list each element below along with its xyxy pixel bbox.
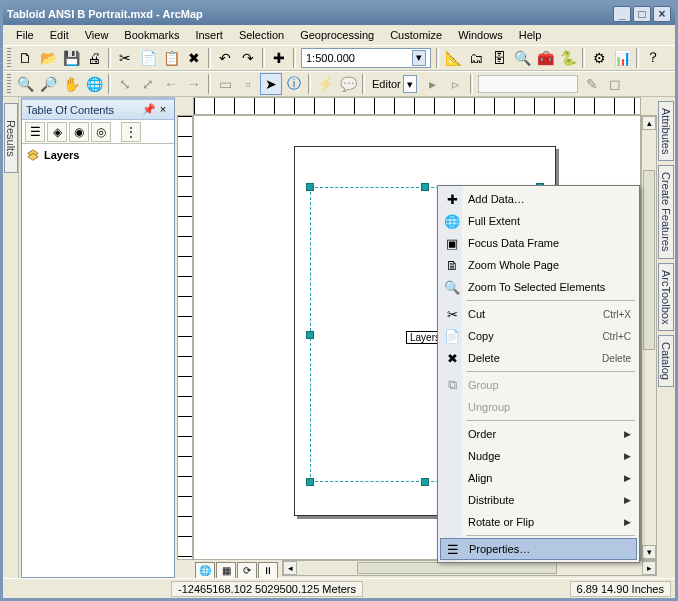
open-button[interactable]: 📂 [37, 47, 59, 69]
menu-edit[interactable]: Edit [43, 27, 76, 43]
full-extent-button[interactable]: 🌐 [83, 73, 105, 95]
grip-icon[interactable] [7, 74, 11, 94]
ctx-properties[interactable]: ☰Properties… [440, 538, 637, 560]
ctx-copy[interactable]: 📄CopyCtrl+C [440, 325, 637, 347]
scroll-left-button[interactable]: ◂ [283, 561, 297, 575]
resize-handle-sw[interactable] [306, 478, 314, 486]
toc-close-button[interactable]: × [156, 103, 170, 117]
attributes-tab[interactable]: Attributes [658, 101, 674, 161]
ctx-cut[interactable]: ✂CutCtrl+X [440, 303, 637, 325]
hyperlink-button[interactable]: ⚡ [314, 73, 336, 95]
paste-button[interactable]: 📋 [160, 47, 182, 69]
grip-icon[interactable] [7, 48, 11, 68]
list-by-drawing-order-button[interactable]: ☰ [25, 122, 45, 142]
scroll-down-button[interactable]: ▾ [642, 545, 656, 559]
minimize-button[interactable]: _ [613, 6, 631, 22]
zoom-out-button[interactable]: 🔎 [37, 73, 59, 95]
python-button[interactable]: 🐍 [557, 47, 579, 69]
ctx-rotate-flip[interactable]: Rotate or Flip▶ [440, 511, 637, 533]
arctoolbox-tab[interactable]: ArcToolbox [658, 263, 674, 331]
vertical-scrollbar[interactable]: ▴ ▾ [641, 115, 657, 560]
catalog-button[interactable]: 🗄 [488, 47, 510, 69]
ctx-delete[interactable]: ✖DeleteDelete [440, 347, 637, 369]
pause-button[interactable]: ⏸ [258, 562, 278, 578]
ctx-distribute[interactable]: Distribute▶ [440, 489, 637, 511]
fixed-zoom-out-button[interactable]: ⤢ [137, 73, 159, 95]
task-combo[interactable] [478, 75, 578, 93]
resize-handle-s[interactable] [421, 478, 429, 486]
toc-pin-icon[interactable]: 📌 [142, 103, 156, 117]
new-button[interactable]: 🗋 [14, 47, 36, 69]
vscroll-thumb[interactable] [643, 170, 655, 350]
catalog-tab[interactable]: Catalog [658, 335, 674, 387]
ctx-full-extent[interactable]: 🌐Full Extent [440, 210, 637, 232]
menu-file[interactable]: File [9, 27, 41, 43]
hscroll-thumb[interactable] [357, 562, 557, 574]
toc-tree[interactable]: Layers [22, 144, 174, 577]
ctx-align[interactable]: Align▶ [440, 467, 637, 489]
scroll-right-button[interactable]: ▸ [642, 561, 656, 575]
search-button[interactable]: 🔍 [511, 47, 533, 69]
layout-view-tab[interactable]: ▦ [216, 562, 236, 578]
results-tab[interactable]: Results [4, 103, 18, 173]
menu-bookmarks[interactable]: Bookmarks [117, 27, 186, 43]
print-button[interactable]: 🖨 [83, 47, 105, 69]
ctx-add-data[interactable]: ✚Add Data… [440, 188, 637, 210]
horizontal-ruler[interactable] [193, 97, 641, 115]
results-button[interactable]: 📊 [611, 47, 633, 69]
toc-button[interactable]: 🗂 [465, 47, 487, 69]
modelbuilder-button[interactable]: ⚙ [588, 47, 610, 69]
menu-windows[interactable]: Windows [451, 27, 510, 43]
list-by-selection-button[interactable]: ◎ [91, 122, 111, 142]
ctx-zoom-selected[interactable]: 🔍Zoom To Selected Elements [440, 276, 637, 298]
data-view-tab[interactable]: 🌐 [195, 562, 215, 578]
fixed-zoom-in-button[interactable]: ⤡ [114, 73, 136, 95]
vertical-ruler[interactable] [177, 115, 193, 560]
list-by-source-button[interactable]: ◈ [47, 122, 67, 142]
layers-root[interactable]: Layers [26, 148, 170, 162]
undo-button[interactable]: ↶ [214, 47, 236, 69]
delete-button[interactable]: ✖ [183, 47, 205, 69]
cut-button[interactable]: ✂ [114, 47, 136, 69]
forward-extent-button[interactable]: → [183, 73, 205, 95]
refresh-button[interactable]: ⟳ [237, 562, 257, 578]
select-features-button[interactable]: ▭ [214, 73, 236, 95]
resize-handle-w[interactable] [306, 331, 314, 339]
help-button[interactable]: ？ [642, 47, 664, 69]
menu-customize[interactable]: Customize [383, 27, 449, 43]
clear-selection-button[interactable]: ▫ [237, 73, 259, 95]
list-by-visibility-button[interactable]: ◉ [69, 122, 89, 142]
editor-dropdown-icon[interactable]: ▾ [403, 75, 417, 93]
menu-selection[interactable]: Selection [232, 27, 291, 43]
copy-button[interactable]: 📄 [137, 47, 159, 69]
html-popup-button[interactable]: 💬 [337, 73, 359, 95]
resize-handle-n[interactable] [421, 183, 429, 191]
select-elements-button[interactable]: ➤ [260, 73, 282, 95]
pan-button[interactable]: ✋ [60, 73, 82, 95]
redo-button[interactable]: ↷ [237, 47, 259, 69]
sketch-button[interactable]: ✎ [581, 73, 603, 95]
ctx-zoom-whole-page[interactable]: 🗎Zoom Whole Page [440, 254, 637, 276]
arctoolbox-button[interactable]: 🧰 [534, 47, 556, 69]
editor-dropdown[interactable]: Editor ▾ [368, 75, 421, 93]
menu-insert[interactable]: Insert [188, 27, 230, 43]
scroll-up-button[interactable]: ▴ [642, 116, 656, 130]
close-button[interactable]: × [653, 6, 671, 22]
scale-dropdown-icon[interactable]: ▾ [412, 50, 426, 66]
zoom-in-button[interactable]: 🔍 [14, 73, 36, 95]
resize-handle-nw[interactable] [306, 183, 314, 191]
menu-view[interactable]: View [78, 27, 116, 43]
options-button[interactable]: ⋮ [121, 122, 141, 142]
sketch2-button[interactable]: ◻ [604, 73, 626, 95]
menu-geoprocessing[interactable]: Geoprocessing [293, 27, 381, 43]
scale-combo[interactable]: 1:500.000▾ [301, 48, 431, 68]
back-extent-button[interactable]: ← [160, 73, 182, 95]
add-data-button[interactable]: ✚ [268, 47, 290, 69]
menu-help[interactable]: Help [512, 27, 549, 43]
ctx-order[interactable]: Order▶ [440, 423, 637, 445]
ctx-focus-data-frame[interactable]: ▣Focus Data Frame [440, 232, 637, 254]
create-features-tab[interactable]: Create Features [658, 165, 674, 258]
maximize-button[interactable]: □ [633, 6, 651, 22]
editor-toolbar-button[interactable]: 📐 [442, 47, 464, 69]
identify-button[interactable]: ⓘ [283, 73, 305, 95]
